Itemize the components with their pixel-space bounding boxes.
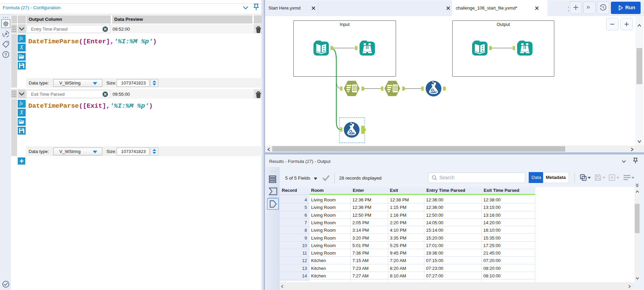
svg-text:?: ? <box>4 52 7 57</box>
